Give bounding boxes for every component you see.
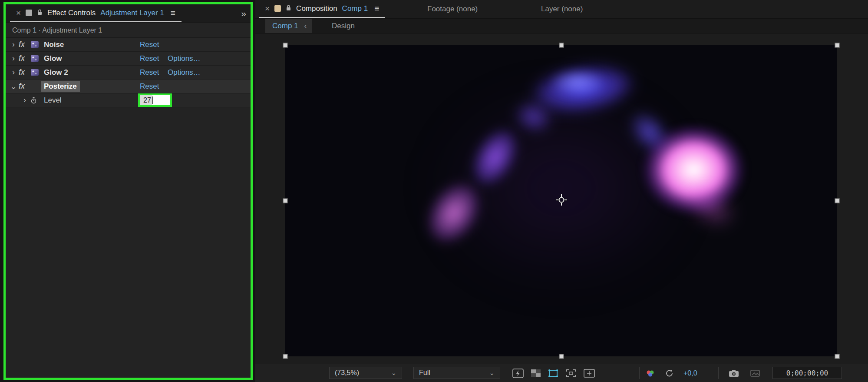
- resolution-value: Full: [419, 369, 430, 377]
- panel-target-comp[interactable]: Comp 1: [342, 4, 368, 13]
- composition-tabbar: × Composition Comp 1 ≡ Footage (none) La…: [255, 0, 868, 19]
- selection-handle[interactable]: [559, 43, 564, 48]
- effect-controls-panel: × Effect Controls Adjustment Layer 1 ≡ »…: [3, 2, 253, 380]
- panel-menu-icon[interactable]: ≡: [171, 8, 175, 18]
- twirl-icon[interactable]: ⌄: [9, 80, 18, 93]
- composition-panel: × Composition Comp 1 ≡ Footage (none) La…: [255, 0, 868, 382]
- panel-target-layer[interactable]: Adjustment Layer 1: [100, 9, 164, 17]
- options-link[interactable]: Options…: [168, 66, 201, 79]
- effect-icon: [31, 55, 39, 62]
- twirl-icon[interactable]: ›: [20, 93, 29, 107]
- effect-name[interactable]: Noise: [44, 38, 64, 51]
- resolution-dropdown[interactable]: Full ⌄: [413, 367, 500, 379]
- glow-artwork-crest-core: [539, 64, 617, 101]
- layer-tab[interactable]: Layer (none): [541, 0, 583, 18]
- property-name: Level: [44, 93, 62, 107]
- text-caret: [152, 96, 153, 104]
- reset-link[interactable]: Reset: [140, 66, 159, 79]
- stopwatch-icon[interactable]: [30, 97, 37, 106]
- selection-handle[interactable]: [283, 199, 288, 203]
- effect-row-noise: › fx Noise Reset: [6, 38, 251, 52]
- selection-handle[interactable]: [835, 43, 840, 48]
- footage-tab[interactable]: Footage (none): [427, 0, 478, 18]
- selection-handle[interactable]: [559, 354, 564, 359]
- panel-menu-icon[interactable]: ≡: [374, 4, 379, 13]
- composition-selection: [285, 45, 837, 356]
- fx-badge-icon: fx: [19, 66, 25, 79]
- viewer-tabbar: Comp 1 ‹ Design: [255, 19, 868, 33]
- snapshot-camera-icon[interactable]: [729, 364, 739, 382]
- show-snapshot-icon[interactable]: [750, 364, 760, 382]
- region-of-interest-icon[interactable]: [566, 369, 576, 378]
- effect-icon: [31, 41, 39, 48]
- timecode-display[interactable]: 0;00;00;00: [772, 367, 842, 379]
- composition-viewport[interactable]: [255, 33, 868, 364]
- fast-previews-icon[interactable]: [512, 369, 524, 378]
- back-chevron-icon[interactable]: ‹: [304, 22, 307, 30]
- effect-row-glow-2: › fx Glow 2 Reset Options…: [6, 66, 251, 80]
- effect-icon: [31, 69, 39, 76]
- panel-icon: [26, 10, 32, 16]
- composition-toolbar: (73,5%) ⌄ Full ⌄: [255, 364, 868, 382]
- twirl-icon[interactable]: ›: [9, 66, 18, 79]
- zoom-dropdown[interactable]: (73,5%) ⌄: [329, 367, 402, 379]
- effect-name[interactable]: Glow: [44, 52, 62, 65]
- show-channel-icon[interactable]: [645, 364, 656, 382]
- transparency-grid-icon[interactable]: [531, 369, 541, 377]
- effect-name[interactable]: Glow 2: [44, 66, 68, 79]
- anchor-point-icon[interactable]: [555, 193, 568, 208]
- reset-link[interactable]: Reset: [140, 52, 159, 65]
- close-panel-icon[interactable]: ×: [265, 4, 270, 13]
- viewer-tab-comp1[interactable]: Comp 1 ‹: [265, 19, 312, 33]
- toolbar-divider: [639, 367, 640, 379]
- selection-handle[interactable]: [835, 199, 840, 203]
- zoom-value: (73,5%): [335, 369, 359, 377]
- lock-icon[interactable]: [286, 5, 291, 13]
- effect-row-posterize: ⌄ fx Posterize Reset: [6, 80, 251, 93]
- reset-link[interactable]: Reset: [140, 80, 159, 93]
- panel-title: Effect Controls: [47, 9, 96, 17]
- panel-icon: [274, 5, 281, 12]
- fx-badge-icon: fx: [19, 38, 25, 51]
- fx-badge-icon: fx: [19, 52, 25, 65]
- grid-and-guides-icon[interactable]: [584, 369, 595, 378]
- toolbar-divider: [718, 367, 719, 379]
- lock-icon[interactable]: [37, 9, 43, 17]
- twirl-icon[interactable]: ›: [9, 52, 18, 65]
- effect-controls-tabbar: × Effect Controls Adjustment Layer 1 ≡ »: [6, 4, 251, 23]
- viewer-tab-label[interactable]: Comp 1: [272, 22, 298, 30]
- effect-controls-tab[interactable]: × Effect Controls Adjustment Layer 1 ≡: [10, 4, 182, 22]
- panel-title: Composition: [296, 4, 337, 13]
- selection-handle[interactable]: [835, 354, 840, 359]
- selection-handle[interactable]: [283, 354, 288, 359]
- level-value[interactable]: 27: [140, 95, 152, 105]
- panel-overflow-icon[interactable]: »: [241, 4, 246, 22]
- options-link[interactable]: Options…: [168, 52, 201, 65]
- chevron-down-icon: ⌄: [489, 369, 495, 377]
- close-panel-icon[interactable]: ×: [16, 9, 21, 17]
- effect-row-glow: › fx Glow Reset Options…: [6, 52, 251, 66]
- effect-name[interactable]: Posterize: [41, 81, 80, 92]
- breadcrumb: Comp 1 · Adjustment Layer 1: [6, 23, 251, 38]
- reset-link[interactable]: Reset: [140, 38, 159, 51]
- fx-badge-icon: fx: [19, 80, 25, 93]
- chevron-down-icon: ⌄: [391, 369, 396, 377]
- exposure-value[interactable]: +0,0: [683, 364, 697, 382]
- viewer-tab-design[interactable]: Design: [332, 19, 355, 33]
- property-row-level: › Level 27: [6, 93, 251, 107]
- selection-handle[interactable]: [283, 43, 288, 48]
- composition-tab[interactable]: × Composition Comp 1 ≡: [259, 0, 385, 18]
- level-value-input[interactable]: 27: [138, 93, 172, 107]
- twirl-icon[interactable]: ›: [9, 38, 18, 51]
- after-effects-window: × Effect Controls Adjustment Layer 1 ≡ »…: [0, 0, 868, 382]
- reset-exposure-icon[interactable]: [665, 364, 674, 382]
- mask-visibility-icon[interactable]: [548, 369, 558, 378]
- view-option-icons: [512, 364, 595, 382]
